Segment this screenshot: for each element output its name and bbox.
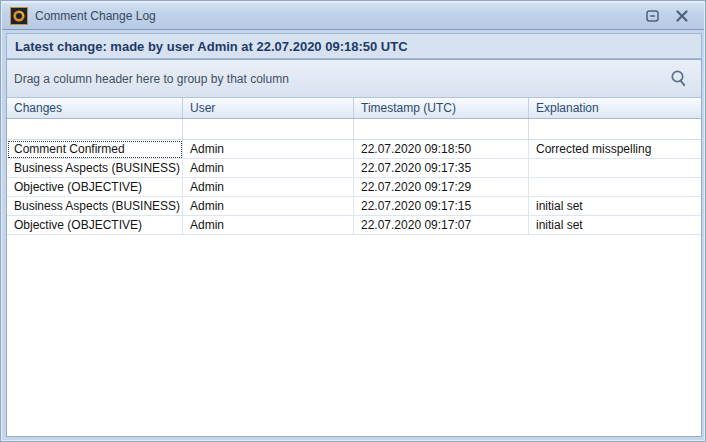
column-header-timestamp[interactable]: Timestamp (UTC) (354, 98, 529, 118)
group-by-hint: Drag a column header here to group by th… (14, 72, 289, 86)
filter-cell-changes[interactable] (7, 119, 183, 139)
close-button[interactable] (674, 8, 690, 24)
column-header-user[interactable]: User (183, 98, 354, 118)
cell-explanation[interactable] (529, 159, 701, 178)
cell-user[interactable]: Admin (183, 159, 354, 178)
group-by-panel[interactable]: Drag a column header here to group by th… (7, 60, 701, 98)
table-row[interactable]: Business Aspects (BUSINESS) Admin 22.07.… (7, 197, 701, 216)
change-log-grid: Drag a column header here to group by th… (6, 59, 702, 437)
latest-change-summary: Latest change: made by user Admin at 22.… (6, 33, 702, 59)
comment-change-log-window: Comment Change Log Latest change: made b… (0, 0, 706, 442)
search-icon (668, 68, 690, 90)
cell-timestamp[interactable]: 22.07.2020 09:17:07 (354, 216, 529, 235)
title-bar[interactable]: Comment Change Log (2, 2, 704, 30)
window-controls (644, 8, 696, 24)
cell-timestamp[interactable]: 22.07.2020 09:17:29 (354, 178, 529, 197)
filter-cell-explanation[interactable] (529, 119, 701, 139)
cell-timestamp[interactable]: 22.07.2020 09:17:15 (354, 197, 529, 216)
window-title: Comment Change Log (35, 9, 644, 23)
cell-explanation[interactable] (529, 178, 701, 197)
table-row[interactable]: Business Aspects (BUSINESS) Admin 22.07.… (7, 159, 701, 178)
table-row[interactable]: Objective (OBJECTIVE) Admin 22.07.2020 0… (7, 178, 701, 197)
cell-user[interactable]: Admin (183, 178, 354, 197)
cell-explanation[interactable]: initial set (529, 216, 701, 235)
grid-empty-area (7, 235, 701, 436)
cell-changes[interactable]: Business Aspects (BUSINESS) (7, 159, 183, 178)
column-header-explanation[interactable]: Explanation (529, 98, 701, 118)
cell-changes[interactable]: Objective (OBJECTIVE) (7, 178, 183, 197)
auto-filter-row (7, 119, 701, 140)
table-row[interactable]: Comment Confirmed Admin 22.07.2020 09:18… (7, 140, 701, 159)
app-logo-icon (10, 7, 28, 25)
cell-timestamp[interactable]: 22.07.2020 09:18:50 (354, 140, 529, 159)
column-header-changes[interactable]: Changes (7, 98, 183, 118)
cell-timestamp[interactable]: 22.07.2020 09:17:35 (354, 159, 529, 178)
cell-changes[interactable]: Comment Confirmed (7, 140, 183, 159)
minimize-icon (646, 10, 659, 22)
filter-cell-timestamp[interactable] (354, 119, 529, 139)
cell-explanation[interactable]: initial set (529, 197, 701, 216)
cell-changes[interactable]: Objective (OBJECTIVE) (7, 216, 183, 235)
cell-user[interactable]: Admin (183, 140, 354, 159)
table-row[interactable]: Objective (OBJECTIVE) Admin 22.07.2020 0… (7, 216, 701, 235)
minimize-button[interactable] (644, 8, 660, 24)
cell-changes[interactable]: Business Aspects (BUSINESS) (7, 197, 183, 216)
close-icon (676, 10, 688, 22)
cell-user[interactable]: Admin (183, 216, 354, 235)
cell-user[interactable]: Admin (183, 197, 354, 216)
cell-explanation[interactable]: Corrected misspelling (529, 140, 701, 159)
header-row: Changes User Timestamp (UTC) Explanation (7, 98, 701, 119)
search-button[interactable] (667, 67, 691, 91)
filter-cell-user[interactable] (183, 119, 354, 139)
latest-change-text: Latest change: made by user Admin at 22.… (15, 39, 408, 54)
